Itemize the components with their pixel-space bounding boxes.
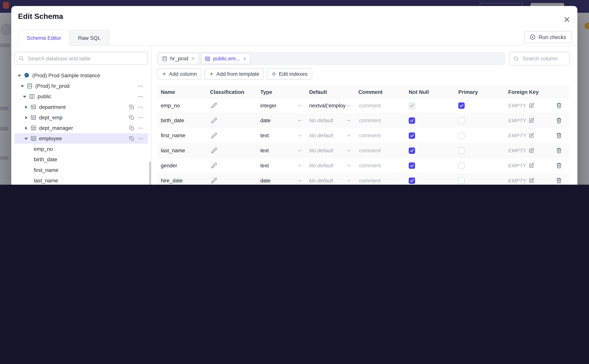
caret-down-icon[interactable] [24, 136, 28, 141]
not-null-checkbox[interactable] [409, 132, 415, 139]
column-search-input[interactable] [522, 55, 565, 62]
caret-right-icon[interactable] [24, 105, 28, 109]
type-select[interactable]: date [257, 177, 305, 183]
not-null-checkbox[interactable] [409, 162, 415, 169]
classification-edit-icon[interactable] [211, 132, 217, 139]
classification-edit-icon[interactable] [211, 177, 217, 183]
copy-icon[interactable] [129, 125, 134, 131]
classification-edit-icon[interactable] [211, 102, 217, 109]
delete-column-icon[interactable] [556, 177, 562, 183]
tree-column-birth-date[interactable]: birth_date [14, 154, 148, 165]
caret-right-icon[interactable] [24, 115, 28, 120]
add-column-button[interactable]: Add column [157, 68, 201, 80]
column-name[interactable]: hire_date [157, 177, 206, 183]
more-icon[interactable] [138, 125, 144, 131]
not-null-checkbox[interactable] [409, 102, 415, 109]
tree-item-label: (Prod) Prod Sample Instance [32, 72, 100, 78]
more-icon[interactable] [138, 136, 144, 141]
copy-icon[interactable] [129, 136, 134, 141]
column-name[interactable]: last_name [157, 147, 206, 153]
tab-chip-hr-prod[interactable]: hr_prod [158, 53, 199, 64]
close-icon[interactable] [563, 16, 570, 23]
comment-input[interactable] [358, 117, 405, 124]
edit-foreign-key-icon[interactable] [529, 178, 534, 183]
default-select[interactable]: No default [305, 117, 355, 124]
comment-input[interactable] [358, 147, 405, 154]
type-select[interactable]: integer [257, 102, 305, 109]
delete-column-icon[interactable] [556, 147, 562, 153]
classification-edit-icon[interactable] [211, 117, 217, 124]
tab-schema-editor[interactable]: Schema Editor [18, 30, 70, 46]
primary-checkbox[interactable] [458, 132, 465, 139]
column-name[interactable]: emp_no [157, 102, 206, 109]
type-select[interactable]: text [257, 162, 305, 169]
default-select[interactable]: No default [305, 177, 355, 183]
default-select[interactable]: nextval('employ [305, 102, 355, 109]
comment-input[interactable] [358, 162, 405, 169]
tree-item-public-schema[interactable]: public [14, 91, 148, 102]
default-select[interactable]: No default [305, 147, 355, 153]
delete-column-icon[interactable] [556, 117, 562, 124]
tree-item-hr-prod[interactable]: (Prod) hr_prod [14, 81, 148, 91]
copy-icon[interactable] [129, 104, 134, 110]
tree-scrollbar[interactable] [149, 161, 151, 185]
not-null-checkbox[interactable] [409, 177, 415, 184]
edit-foreign-key-icon[interactable] [529, 118, 534, 123]
tree-column-first-name[interactable]: first_name [14, 165, 148, 175]
edit-indexes-button[interactable]: Edit indexes [267, 68, 312, 80]
more-icon[interactable] [138, 104, 144, 110]
classification-edit-icon[interactable] [211, 162, 217, 169]
delete-column-icon[interactable] [556, 162, 562, 169]
primary-checkbox[interactable] [458, 177, 465, 184]
primary-checkbox[interactable] [458, 147, 465, 154]
tree-column-last-name[interactable]: last_name [14, 175, 148, 185]
column-name[interactable]: gender [157, 162, 206, 169]
tree-column-emp-no[interactable]: emp_no [14, 144, 148, 154]
delete-column-icon[interactable] [556, 132, 562, 139]
type-select[interactable]: text [257, 132, 305, 139]
close-tab-icon[interactable] [191, 57, 195, 61]
more-icon[interactable] [138, 83, 144, 89]
column-name[interactable]: birth_date [157, 117, 206, 124]
tree-item-department[interactable]: department [14, 102, 148, 112]
not-null-checkbox[interactable] [409, 117, 415, 124]
more-icon[interactable] [138, 94, 144, 99]
tree-search-input[interactable] [27, 55, 144, 62]
comment-input[interactable] [358, 132, 405, 139]
column-search[interactable] [509, 52, 569, 65]
edit-foreign-key-icon[interactable] [529, 133, 534, 138]
tree-search[interactable] [14, 52, 148, 65]
tree-item-label: public [38, 93, 51, 100]
tree-item-instance[interactable]: (Prod) Prod Sample Instance [14, 70, 148, 81]
default-select[interactable]: No default [305, 162, 355, 169]
tree-item-dept-manager[interactable]: dept_manager [14, 123, 148, 133]
default-select[interactable]: No default [305, 132, 355, 139]
not-null-checkbox[interactable] [409, 147, 415, 154]
caret-right-icon[interactable] [24, 126, 28, 130]
caret-down-icon[interactable] [22, 94, 27, 99]
more-icon[interactable] [138, 115, 144, 120]
column-name[interactable]: first_name [157, 132, 206, 139]
tab-chip-public-employee[interactable]: public.em... [201, 53, 250, 64]
classification-edit-icon[interactable] [211, 147, 217, 153]
caret-down-icon[interactable] [20, 84, 24, 88]
primary-checkbox[interactable] [458, 102, 465, 109]
type-select[interactable]: date [257, 117, 305, 124]
delete-column-icon[interactable] [556, 102, 562, 109]
copy-icon[interactable] [129, 115, 134, 120]
add-from-template-button[interactable]: Add from template [204, 68, 264, 80]
edit-foreign-key-icon[interactable] [529, 103, 534, 108]
comment-input[interactable] [358, 102, 405, 109]
close-tab-icon[interactable] [243, 57, 247, 61]
primary-checkbox[interactable] [458, 117, 465, 124]
tree-item-employee[interactable]: employee [14, 133, 148, 144]
comment-input[interactable] [358, 177, 405, 184]
tab-raw-sql[interactable]: Raw SQL [69, 30, 109, 46]
edit-foreign-key-icon[interactable] [529, 162, 534, 168]
run-checks-button[interactable]: Run checks [524, 31, 572, 43]
edit-foreign-key-icon[interactable] [529, 148, 534, 153]
tree-item-dept-emp[interactable]: dept_emp [14, 112, 148, 123]
type-select[interactable]: text [257, 147, 305, 153]
caret-down-icon[interactable] [17, 73, 21, 78]
primary-checkbox[interactable] [458, 162, 465, 169]
